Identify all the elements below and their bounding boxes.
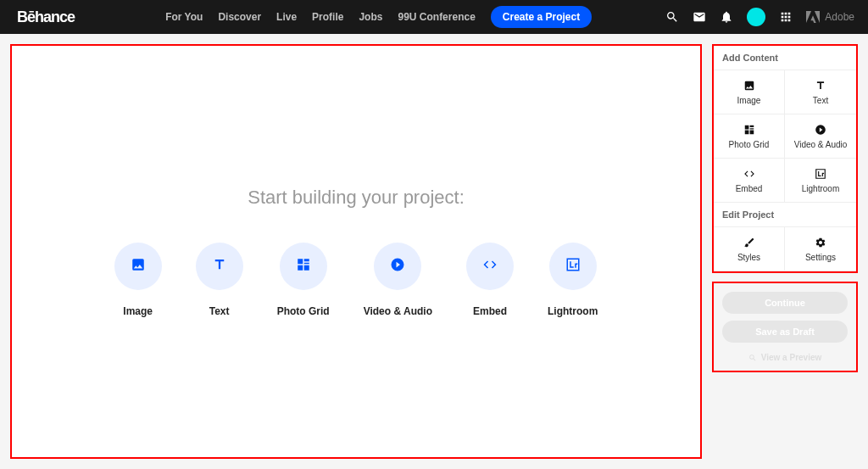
- canvas-tool-photo-grid[interactable]: Photo Grid: [277, 243, 330, 317]
- header-right: Adobe: [665, 8, 854, 26]
- panel-image[interactable]: Image: [714, 70, 785, 114]
- panel-lightroom[interactable]: Lightroom: [785, 159, 856, 203]
- nav-for-you[interactable]: For You: [165, 11, 203, 23]
- right-column: Add Content Image Text Photo Grid Video …: [712, 44, 858, 459]
- embed-icon: [743, 168, 755, 180]
- main-nav: For You Discover Live Profile Jobs 99U C…: [165, 6, 592, 28]
- apps-grid-icon[interactable]: [779, 10, 793, 24]
- canvas-tool-image[interactable]: Image: [114, 243, 162, 317]
- brush-icon: [743, 237, 755, 248]
- nav-profile[interactable]: Profile: [312, 11, 343, 23]
- nav-jobs[interactable]: Jobs: [359, 11, 382, 23]
- panel-text[interactable]: Text: [785, 70, 856, 114]
- panel-photo-grid[interactable]: Photo Grid: [714, 114, 785, 159]
- view-preview-link[interactable]: View a Preview: [748, 353, 822, 362]
- embed-icon: [482, 257, 498, 276]
- canvas-tool-row: Image Text Photo Grid Video & Audio Embe…: [114, 243, 598, 317]
- play-icon: [390, 257, 405, 276]
- workspace: Start building your project: Image Text …: [0, 34, 868, 469]
- nav-live[interactable]: Live: [276, 11, 297, 23]
- search-icon: [748, 354, 757, 362]
- search-icon[interactable]: [665, 10, 679, 24]
- create-project-button[interactable]: Create a Project: [491, 6, 592, 28]
- project-canvas: Start building your project: Image Text …: [10, 44, 702, 459]
- text-icon: [815, 80, 826, 92]
- panel-embed[interactable]: Embed: [714, 159, 785, 203]
- content-panel: Add Content Image Text Photo Grid Video …: [712, 44, 858, 273]
- mail-icon[interactable]: [693, 10, 706, 24]
- canvas-tool-lightroom[interactable]: Lightroom: [548, 243, 598, 317]
- panel-video-audio[interactable]: Video & Audio: [785, 114, 856, 159]
- grid-icon: [743, 124, 755, 136]
- edit-project-header: Edit Project: [714, 203, 856, 227]
- actions-panel: Continue Save as Draft View a Preview: [712, 282, 858, 372]
- nav-99u[interactable]: 99U Conference: [398, 11, 475, 23]
- canvas-title: Start building your project:: [248, 187, 465, 209]
- bell-icon[interactable]: [720, 10, 733, 24]
- text-icon: [212, 257, 227, 276]
- nav-discover[interactable]: Discover: [218, 11, 261, 23]
- save-draft-button[interactable]: Save as Draft: [722, 321, 848, 343]
- adobe-brand[interactable]: Adobe: [806, 11, 854, 23]
- canvas-tool-video-audio[interactable]: Video & Audio: [364, 243, 432, 317]
- add-content-header: Add Content: [714, 46, 856, 70]
- image-icon: [743, 80, 755, 92]
- grid-icon: [296, 257, 311, 276]
- continue-button[interactable]: Continue: [722, 292, 848, 314]
- canvas-tool-embed[interactable]: Embed: [466, 243, 514, 317]
- avatar[interactable]: [747, 8, 765, 26]
- lightroom-icon: [565, 257, 581, 276]
- gear-icon: [815, 237, 826, 248]
- adobe-label-text: Adobe: [825, 11, 854, 23]
- top-header: Bēhance For You Discover Live Profile Jo…: [0, 0, 868, 34]
- canvas-tool-text[interactable]: Text: [196, 243, 243, 317]
- lightroom-icon: [815, 168, 826, 180]
- panel-settings[interactable]: Settings: [785, 227, 856, 271]
- image-icon: [131, 257, 146, 276]
- panel-styles[interactable]: Styles: [714, 227, 785, 271]
- behance-logo[interactable]: Bēhance: [17, 8, 75, 26]
- play-icon: [815, 124, 826, 136]
